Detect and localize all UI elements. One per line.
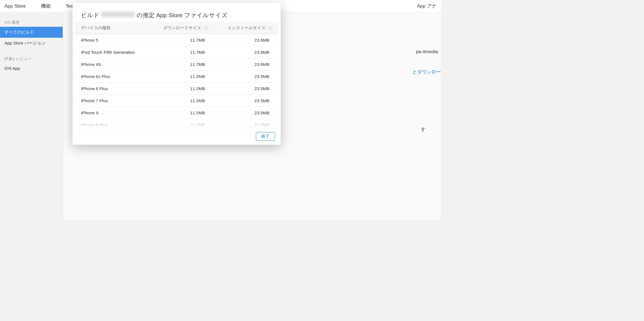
cell-download: 11.7MB <box>150 34 214 46</box>
cell-download: 11.2MB <box>150 71 214 83</box>
cell-install: 23.5MB <box>214 119 278 128</box>
cell-install: 23.6MB <box>214 46 278 59</box>
bg-download-link[interactable]: とダウンロー <box>412 69 441 75</box>
cell-install: 23.5MB <box>214 95 278 107</box>
col-download: ダウンロードサイズ ? <box>150 22 214 34</box>
cell-device: iPhone 8 Plus <box>75 119 150 128</box>
cell-download: 11.7MB <box>150 46 214 59</box>
modal-title: ビルド の推定 App Store ファイルサイズ <box>73 3 281 22</box>
col-install-label: インストールサイズ <box>228 26 265 30</box>
col-install: インストールサイズ ? <box>214 22 278 34</box>
nav-features[interactable]: 機能 <box>41 3 51 9</box>
modal-title-suffix: の推定 App Store ファイルサイズ <box>137 11 228 19</box>
cell-install: 23.5MB <box>214 83 278 95</box>
table-row: iPod Touch Fifth Generation11.7MB23.6MB <box>75 46 278 59</box>
modal-body: デバイスの種類 ダウンロードサイズ ? インストールサイズ ? iPhone 5… <box>73 22 281 128</box>
cell-device: iPhone 5 <box>75 34 150 46</box>
cell-device: iPhone 6 Plus <box>75 83 150 95</box>
table-row: iPhone 6 Plus11.2MB23.5MB <box>75 83 278 95</box>
file-size-table: デバイスの種類 ダウンロードサイズ ? インストールサイズ ? iPhone 5… <box>75 22 278 128</box>
help-icon[interactable]: ? <box>204 26 208 30</box>
cell-download: 11.2MB <box>150 107 214 119</box>
sidebar-item-all-builds[interactable]: すべてのビルド <box>0 27 63 38</box>
bg-text-su: す <box>421 126 425 133</box>
cell-install: 23.6MB <box>214 34 278 46</box>
done-button[interactable]: 終了 <box>256 132 275 141</box>
cell-install: 23.5MB <box>214 107 278 119</box>
nav-app-analytics[interactable]: App アナ <box>417 3 436 9</box>
table-row: iPhone 7 Plus11.2MB23.5MB <box>75 95 278 107</box>
table-row: iPhone 4S11.7MB23.6MB <box>75 59 278 71</box>
modal-footer: 終了 <box>73 128 281 145</box>
sidebar-section-reviews: 評価とレビュー <box>0 55 63 63</box>
cell-install: 23.5MB <box>214 71 278 83</box>
col-download-label: ダウンロードサイズ <box>163 26 201 30</box>
nav-app-store[interactable]: App Store <box>4 3 26 9</box>
table-row: iPhone 8 Plus11.2MB23.5MB <box>75 119 278 128</box>
sidebar: iOS 履歴 すべてのビルド App Store バージョン 評価とレビュー i… <box>0 12 63 220</box>
sidebar-item-appstore-version[interactable]: App Store バージョン <box>0 38 63 49</box>
cell-download: 11.7MB <box>150 59 214 71</box>
cell-device: iPhone 6s Plus <box>75 71 150 83</box>
table-row: iPhone 511.7MB23.6MB <box>75 34 278 46</box>
cell-device: iPhone 4S <box>75 59 150 71</box>
cell-device: iPhone X <box>75 107 150 119</box>
redacted-build-number <box>101 12 135 17</box>
sidebar-item-ios-app[interactable]: iOS App <box>0 63 63 73</box>
cell-download: 11.2MB <box>150 119 214 128</box>
table-row: iPhone X11.2MB23.5MB <box>75 107 278 119</box>
bg-text-bundle: pe.itmedia <box>416 49 438 55</box>
sidebar-section-ios-history: iOS 履歴 <box>0 19 63 27</box>
modal-title-prefix: ビルド <box>81 11 100 19</box>
cell-download: 11.2MB <box>150 83 214 95</box>
cell-install: 23.6MB <box>214 59 278 71</box>
cell-device: iPhone 7 Plus <box>75 95 150 107</box>
table-row: iPhone 6s Plus11.2MB23.5MB <box>75 71 278 83</box>
cell-device: iPod Touch Fifth Generation <box>75 46 150 59</box>
help-icon[interactable]: ? <box>268 26 272 30</box>
cell-download: 11.2MB <box>150 95 214 107</box>
col-device: デバイスの種類 <box>75 22 150 34</box>
file-size-modal: ビルド の推定 App Store ファイルサイズ デバイスの種類 ダウンロード… <box>73 3 281 145</box>
